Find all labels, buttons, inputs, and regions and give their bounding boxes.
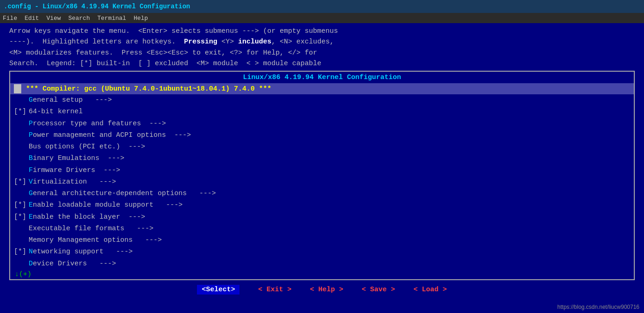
load-button[interactable]: < Load > (414, 286, 447, 294)
info-line1: Arrow keys navigate the menu. <Enter> se… (9, 26, 635, 37)
menu-help[interactable]: Help (134, 15, 148, 22)
list-item[interactable]: [*] Enable the block layer ---> (10, 211, 634, 223)
list-item[interactable]: [*] Networking support ---> (10, 246, 634, 258)
list-item[interactable]: [*] Virtualization ---> (10, 176, 634, 188)
list-item[interactable]: General setup ---> (10, 94, 634, 106)
compiler-bar-indicator (14, 84, 21, 93)
help-button[interactable]: < Help > (310, 286, 343, 294)
list-item[interactable]: Firmware Drivers ---> (10, 165, 634, 176)
info-text-area: Arrow keys navigate the menu. <Enter> se… (0, 23, 644, 71)
config-panel: Linux/x86 4.19.94 Kernel Configuration *… (9, 71, 635, 280)
exit-button[interactable]: < Exit > (258, 286, 291, 294)
list-item[interactable]: [*] Enable loadable module support ---> (10, 199, 634, 211)
menu-terminal[interactable]: Terminal (97, 15, 126, 22)
info-line2: ----). Highlighted letters are hotkeys. … (9, 37, 635, 47)
list-item[interactable]: Memory Management options ---> (10, 234, 634, 246)
list-item[interactable]: [*] 64-bit kernel (10, 106, 634, 117)
save-button[interactable]: < Save > (362, 286, 395, 294)
list-item[interactable]: General architecture-dependent options -… (10, 188, 634, 199)
select-button[interactable]: <Select> (197, 285, 239, 295)
compiler-row[interactable]: *** Compiler: gcc (Ubuntu 7.4.0-1ubuntu1… (10, 83, 634, 94)
menu-view[interactable]: View (46, 15, 61, 22)
title-bar: .config - Linux/x86 4.19.94 Kernel Confi… (0, 0, 644, 13)
list-item[interactable]: Power management and ACPI options ---> (10, 129, 634, 141)
menu-search[interactable]: Search (68, 15, 90, 22)
compiler-text: *** Compiler: gcc (Ubuntu 7.4.0-1ubuntu1… (26, 85, 271, 93)
scroll-indicator: ↓(+) (10, 270, 634, 279)
watermark: https://blog.csdn.net/liucw900716 (558, 304, 639, 310)
list-item[interactable]: Device Drivers ---> (10, 258, 634, 270)
list-item[interactable]: Executable file formats ---> (10, 223, 634, 234)
list-item[interactable]: Binary Emulations ---> (10, 153, 634, 164)
bottom-buttons-area: <Select> < Exit > < Help > < Save > < Lo… (9, 280, 635, 298)
menu-file[interactable]: File (3, 15, 17, 22)
menu-bar: File Edit View Search Terminal Help (0, 13, 644, 23)
info-line3: <M> modularizes features. Press <Esc><Es… (9, 48, 635, 58)
list-item[interactable]: Bus options (PCI etc.) ---> (10, 141, 634, 153)
info-line4: Search. Legend: [*] built-in [ ] exclude… (9, 58, 635, 69)
title-text: .config - Linux/x86 4.19.94 Kernel Confi… (4, 3, 190, 10)
panel-header: Linux/x86 4.19.94 Kernel Configuration (10, 72, 634, 83)
menu-edit[interactable]: Edit (25, 15, 39, 22)
list-item[interactable]: Processor type and features ---> (10, 118, 634, 129)
